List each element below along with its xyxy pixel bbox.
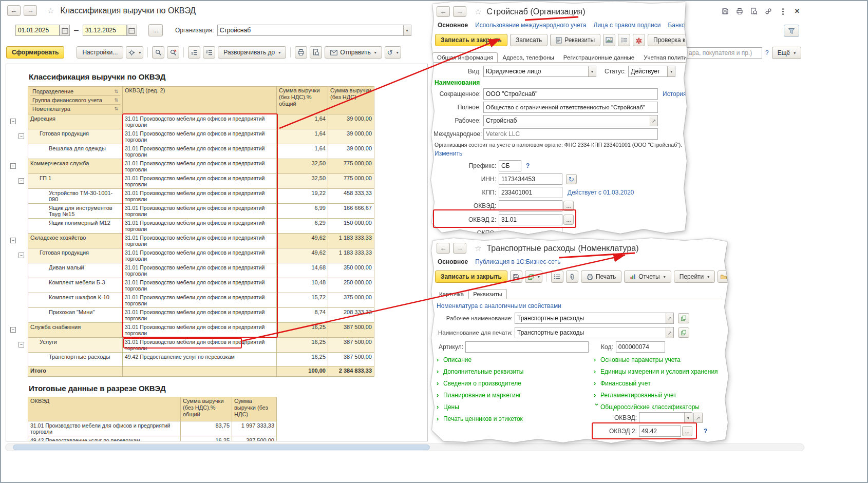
collapse-groups-icon-button[interactable] [188,46,200,59]
org-nav-link[interactable]: Банковские счета о [668,22,687,29]
collapse-icon[interactable]: − [18,133,24,139]
period-options-button[interactable]: ... [148,24,163,36]
nom-list-icon-button[interactable] [551,271,563,283]
nom-forward-button[interactable]: → [453,243,466,254]
open-icon[interactable]: ↗ [666,327,673,338]
section-toggle[interactable]: ›Сведения о производителе [437,377,523,389]
report-table-row[interactable]: −Дирекция31.01 Производство мебели для о… [8,114,374,129]
org-requisites-button[interactable]: Реквизиты [550,34,600,46]
org-forward-button[interactable]: → [453,6,466,17]
org-kpp-field[interactable] [499,187,562,198]
org-okved-field[interactable] [499,200,562,211]
date-from-input[interactable] [15,25,60,36]
nom-work-name-copy-icon-button[interactable] [678,313,689,323]
date-from-calendar-icon[interactable] [60,25,70,36]
section-toggle[interactable]: ›Дополнительные реквизиты [437,365,523,377]
settings-button[interactable]: Настройки... [77,46,123,59]
org-1spark-icon-button[interactable]: ✲ [633,34,645,46]
org-inn-refresh-icon-button[interactable]: ↻ [566,174,577,184]
collapse-icon[interactable]: − [18,178,24,184]
sort-icon[interactable]: ⇅ [114,88,118,95]
print-icon[interactable] [733,6,746,16]
report-table-row[interactable]: Комплект мебели Б-331.01 Производство ме… [8,278,374,293]
report-table-row[interactable]: Итого100,002 384 833,33 [8,366,374,377]
org-nav-link[interactable]: Использование международного учета [475,22,586,29]
report-table-row[interactable]: Комплект шкафов К-1031.01 Производство м… [8,293,374,308]
nom-nav-current[interactable]: Основное [438,258,468,265]
collapse-icon[interactable]: − [10,163,16,169]
nom-article-field[interactable] [465,341,589,353]
print-preview-icon-button[interactable] [310,46,322,59]
nom-okved-combobox[interactable]: ▾ [639,412,692,423]
org-files-icon-button[interactable] [603,34,615,46]
collapse-icon[interactable]: − [10,238,16,243]
org-okved-choose-button[interactable]: ... [563,201,574,211]
organization-input[interactable] [217,25,411,36]
nom-okved2-choose-button[interactable]: ... [682,426,692,436]
nom-okved2-help-link[interactable]: ? [704,428,707,435]
section-toggle[interactable]: ›Общероссийские классификаторы [594,401,718,413]
nom-folder-icon-button[interactable]: ▾ [718,271,729,283]
sort-icon[interactable]: ⇅ [114,106,118,112]
nom-reports-button[interactable]: Отчеты▾ [624,271,671,283]
nom-favorite-star-icon[interactable]: ☆ [475,244,481,253]
date-to-calendar-icon[interactable] [127,25,137,36]
covered-search-input[interactable] [686,47,762,59]
nom-create-based-icon-button[interactable]: ▾ [525,271,542,283]
nom-print-button[interactable]: Печать [581,271,621,283]
org-tab[interactable]: Учетная политика и налоги [639,52,686,62]
save-icon[interactable] [719,6,731,16]
section-toggle[interactable]: ›Основные параметры учета [594,354,718,365]
totals-table-row[interactable]: 49.42 Предоставление услуг по перевозкам… [28,436,277,441]
report-table-row[interactable]: Вешалка для одежды31.01 Производство меб… [8,144,374,159]
nom-save-close-button[interactable]: Записать и закрыть [435,271,507,283]
back-button[interactable]: ← [7,5,21,16]
organization-combobox[interactable]: ▾ [217,25,411,36]
nom-save-icon-button[interactable] [510,271,522,283]
nom-work-name-field[interactable] [515,313,674,324]
report-table-row[interactable]: Ящик полимерный М1231.01 Производство ме… [8,219,374,234]
nom-goto-button[interactable]: Перейти▾ [674,271,715,283]
report-table-row[interactable]: −ГП 131.01 Производство мебели для офисо… [8,174,374,189]
report-table-row[interactable]: −Коммерческая служба31.01 Производство м… [8,159,374,174]
report-table-row[interactable]: Прихожая "Мини"31.01 Производство мебели… [8,308,374,323]
nom-nav-link[interactable]: Публикация в 1С:Бизнес-сеть [475,258,560,265]
more-button[interactable]: Ещё▾ [772,47,802,59]
open-icon[interactable]: ↗ [666,313,673,323]
chevron-down-icon[interactable]: ▾ [588,66,596,76]
settings-variants-button[interactable]: ▾ [126,46,143,59]
org-prefix-field[interactable] [499,160,521,171]
totals-table-row[interactable]: 31.01 Производство мебели для офисов и п… [28,421,277,436]
chevron-down-icon[interactable]: ▾ [684,413,692,423]
scrollbar-thumb[interactable] [13,445,430,450]
section-toggle[interactable]: ›Описание [437,354,523,365]
report-table-row[interactable]: Устройство ТМ-30-1001-09031.01 Производс… [8,189,374,204]
report-table-row[interactable]: Диван малый31.01 Производство мебели для… [8,263,374,278]
org-save-button[interactable]: Записать [510,34,548,46]
report-table-row[interactable]: Транспортные расходы49.42 Предоставление… [8,353,374,366]
search-icon-button[interactable] [152,46,164,59]
section-toggle[interactable]: ›Финансовый учет [594,377,718,389]
collapse-icon[interactable]: − [18,253,24,258]
org-prefix-help-link[interactable]: ? [526,162,530,169]
repeat-report-button[interactable]: ↺▾ [385,46,401,59]
close-icon[interactable]: × [791,6,803,16]
org-full-name-field[interactable] [483,102,658,113]
org-status-combobox[interactable]: ▾ [628,66,675,77]
nom-tab[interactable]: Реквизиты [468,289,506,299]
org-nav-current[interactable]: Основное [438,22,468,29]
expand-to-button[interactable]: Разворачивать до▾ [218,46,286,59]
report-table-row[interactable]: −Готовая продукция31.01 Производство меб… [8,129,374,144]
favorite-star-icon[interactable]: ☆ [47,6,54,15]
org-history-link[interactable]: История [663,90,687,98]
org-counterparty-check-button[interactable]: Проверка контраге [648,34,687,46]
org-inn-field[interactable] [499,173,562,185]
report-table-row[interactable]: −Готовая продукция31.01 Производство меб… [8,248,374,263]
org-short-name-field[interactable] [483,88,658,100]
generate-button[interactable]: Сформировать [6,46,64,59]
help-link[interactable]: ? [765,49,769,56]
forward-button[interactable]: → [24,5,37,16]
send-button[interactable]: Отправить▾ [325,46,382,59]
chevron-down-icon[interactable]: ▾ [403,25,411,35]
search-cancel-icon-button[interactable] [167,46,179,59]
